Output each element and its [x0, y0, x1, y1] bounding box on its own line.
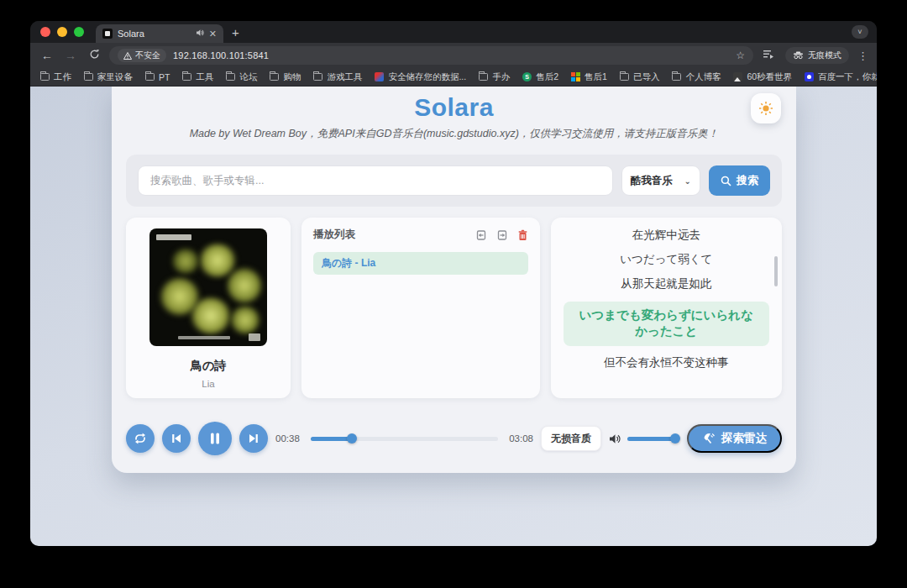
- tab-audio-icon[interactable]: [196, 29, 204, 39]
- playlist-panel: 播放列表 鳥の詩 - Lia: [301, 218, 540, 398]
- reload-icon[interactable]: [86, 49, 102, 62]
- new-tab-button[interactable]: +: [232, 25, 239, 39]
- bookmark-60s-world[interactable]: 60秒看世界: [733, 71, 792, 83]
- lyric-line-active: いつまでも変わらずにいられなかったこと: [564, 302, 769, 346]
- export-playlist-icon[interactable]: [496, 229, 508, 241]
- security-label: 不安全: [135, 50, 160, 61]
- music-source-select[interactable]: 酷我音乐 ⌄: [621, 165, 700, 196]
- playlist-header: 播放列表: [313, 228, 475, 242]
- bookmark-aftersales-2[interactable]: S售后2: [522, 71, 558, 83]
- bookmark-folder-tools[interactable]: 工具: [182, 71, 213, 83]
- progress-thumb[interactable]: [347, 433, 357, 444]
- page-title: Solara: [112, 93, 796, 122]
- search-input[interactable]: [138, 165, 613, 196]
- folder-icon: [270, 73, 279, 81]
- clear-playlist-trash-icon[interactable]: [517, 229, 528, 241]
- pause-button[interactable]: [198, 422, 232, 455]
- bookmark-folder-forum[interactable]: 论坛: [226, 71, 257, 83]
- album-art-badge: [249, 333, 260, 341]
- quality-button[interactable]: 无损音质: [541, 426, 601, 451]
- search-button[interactable]: 搜索: [709, 165, 770, 196]
- repeat-button[interactable]: [126, 424, 155, 453]
- bookmark-secure-storage[interactable]: 安全储存您的数据...: [375, 71, 466, 83]
- bookmark-folder-game-tools[interactable]: 游戏工具: [313, 71, 362, 83]
- bookmark-folder-shopping[interactable]: 购物: [270, 71, 301, 83]
- chevron-down-icon: ⌄: [684, 176, 691, 186]
- bookmarks-bar: 工作 家里设备 PT 工具 论坛 购物 游戏工具 安全储存您的数据... 手办 …: [30, 68, 877, 87]
- menu-kebab-icon[interactable]: ⋮: [857, 50, 868, 62]
- album-art-bottom-label: [178, 336, 230, 339]
- lyric-line: いつだって弱くて: [620, 252, 712, 267]
- previous-track-button[interactable]: [162, 424, 191, 453]
- folder-icon: [620, 73, 629, 81]
- album-art: [149, 228, 267, 346]
- volume-slider[interactable]: [627, 437, 679, 441]
- now-playing-panel: 鳥の詩 Lia: [126, 218, 291, 398]
- bookmark-aftersales-1[interactable]: 售后1: [571, 71, 607, 83]
- lyric-line: 但不会有永恒不变这种事: [604, 355, 729, 370]
- folder-icon: [40, 73, 50, 81]
- bookmark-folder-figures[interactable]: 手办: [479, 71, 510, 83]
- media-control-icon[interactable]: [760, 49, 777, 62]
- volume-icon[interactable]: [609, 433, 621, 444]
- tab-title: Solara: [118, 29, 191, 39]
- album-art-top-label: [156, 234, 191, 240]
- bookmark-folder-pt[interactable]: PT: [145, 72, 170, 82]
- lyrics-panel: 在光辉中远去 いつだって弱くて 从那天起就是如此 いつまでも変わらずにいられなか…: [551, 218, 783, 398]
- warning-icon: [123, 52, 132, 60]
- incognito-label: 无痕模式: [808, 50, 841, 61]
- player-bar: 00:38 03:08 无损音质 探索雷达: [126, 421, 782, 456]
- traffic-lights: [40, 27, 84, 37]
- close-window-button[interactable]: [40, 27, 50, 37]
- previous-icon: [170, 433, 182, 444]
- minimize-window-button[interactable]: [57, 27, 67, 37]
- tab-close-icon[interactable]: ✕: [209, 29, 217, 39]
- site-icon: [733, 72, 742, 81]
- folder-icon: [226, 73, 235, 81]
- repeat-icon: [134, 432, 147, 445]
- back-icon[interactable]: ←: [39, 49, 55, 62]
- next-track-button[interactable]: [239, 424, 268, 453]
- track-artist: Lia: [202, 379, 214, 389]
- lyric-line: 在光辉中远去: [632, 228, 700, 243]
- pause-icon: [209, 432, 221, 445]
- sun-icon: [758, 101, 773, 116]
- bookmark-star-icon[interactable]: ☆: [736, 50, 745, 61]
- browser-tab[interactable]: Solara ✕: [96, 24, 223, 43]
- zoom-window-button[interactable]: [74, 27, 84, 37]
- import-playlist-icon[interactable]: [475, 229, 487, 241]
- page-subtitle: Made by Wet Dream Boy，免费API来自GD音乐台(music…: [112, 127, 796, 141]
- bookmark-baidu[interactable]: 百度一下，你就知道: [805, 71, 877, 83]
- playlist-item-active[interactable]: 鳥の詩 - Lia: [313, 252, 528, 275]
- bookmark-folder-imported[interactable]: 已导入: [620, 71, 660, 83]
- incognito-badge: 无痕模式: [785, 47, 849, 64]
- music-source-value: 酷我音乐: [631, 174, 673, 188]
- tab-favicon: [102, 29, 113, 39]
- bookmark-folder-personal-blog[interactable]: 个人博客: [672, 71, 721, 83]
- folder-icon: [479, 73, 488, 81]
- lyrics-scrollbar[interactable]: [774, 256, 778, 286]
- site-icon: S: [522, 72, 532, 81]
- url-text[interactable]: 192.168.100.101:5841: [173, 50, 729, 60]
- browser-window: Solara ✕ + ˅ ← → 不安全 192.168.100.101:584…: [30, 21, 877, 546]
- total-time: 03:08: [509, 433, 533, 444]
- theme-toggle-button[interactable]: [751, 93, 781, 123]
- baidu-icon: [805, 72, 814, 81]
- bookmark-folder-work[interactable]: 工作: [40, 71, 71, 83]
- progress-slider[interactable]: [311, 437, 498, 441]
- forward-icon[interactable]: →: [62, 49, 79, 62]
- search-section: 酷我音乐 ⌄ 搜索: [126, 155, 782, 207]
- explore-radar-button[interactable]: 探索雷达: [687, 424, 782, 453]
- folder-icon: [84, 73, 93, 81]
- search-icon: [721, 176, 731, 186]
- title-bar: Solara ✕ + ˅: [30, 21, 877, 43]
- incognito-icon: [793, 51, 804, 60]
- browser-toolbar: ← → 不安全 192.168.100.101:5841 ☆ 无痕模式 ⋮: [30, 43, 877, 68]
- volume-thumb[interactable]: [670, 433, 680, 444]
- bookmark-folder-home-devices[interactable]: 家里设备: [84, 71, 133, 83]
- tab-search-button[interactable]: ˅: [852, 25, 868, 39]
- security-chip[interactable]: 不安全: [118, 49, 166, 62]
- folder-icon: [182, 73, 191, 81]
- folder-icon: [145, 73, 155, 81]
- address-bar[interactable]: 不安全 192.168.100.101:5841 ☆: [109, 46, 753, 65]
